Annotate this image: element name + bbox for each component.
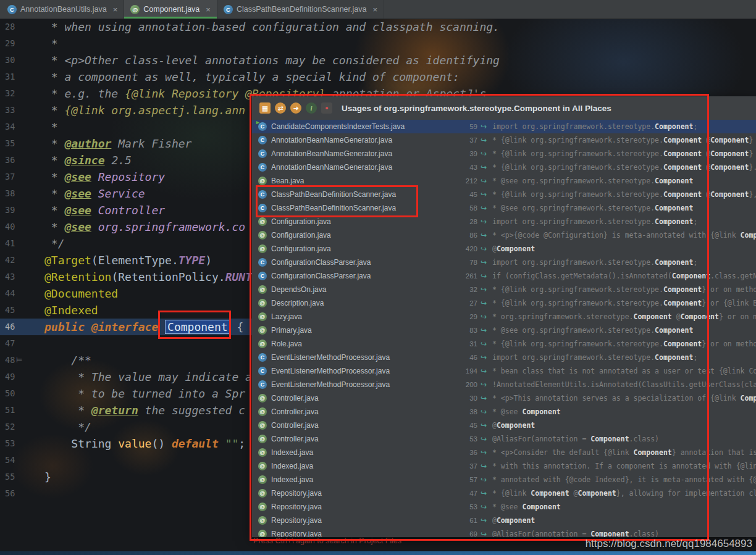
line-number[interactable]: 43: [0, 269, 32, 285]
code-segment: * to be turned into a Spr: [44, 387, 245, 400]
usage-line-number: 53: [450, 503, 477, 511]
line-number[interactable]: 44: [0, 285, 32, 302]
code-segment: RUNT: [225, 270, 252, 283]
line-number[interactable]: 40: [0, 219, 32, 235]
highlighted-term: Component: [741, 231, 756, 240]
line-number[interactable]: 50: [0, 385, 32, 402]
jump-to-source-icon: ↪: [477, 448, 490, 457]
line-number[interactable]: 31: [0, 69, 32, 85]
line-number[interactable]: 37: [0, 169, 32, 185]
usage-row[interactable]: @Controller.java38↪* @see Component: [252, 405, 756, 419]
usage-row[interactable]: CConfigurationClassParser.java261↪if (co…: [252, 269, 756, 283]
line-number[interactable]: 54: [0, 452, 32, 469]
line-number[interactable]: 29: [0, 35, 32, 52]
usage-row[interactable]: @Repository.java47↪* {@link Component @C…: [252, 486, 756, 500]
line-number[interactable]: 41: [0, 235, 32, 252]
navigate-icon[interactable]: ➜: [290, 102, 301, 114]
code-text: *: [32, 35, 58, 52]
line-number[interactable]: 35: [0, 135, 32, 152]
popup-title: Usages of org.springframework.stereotype…: [342, 104, 611, 113]
usage-row[interactable]: @Indexed.java37↪* with this annotation. …: [252, 459, 756, 473]
usage-row[interactable]: @Configuration.java420↪@Component: [252, 242, 756, 256]
usage-row[interactable]: @Primary.java83↪* @see org.springframewo…: [252, 323, 756, 337]
code-text: *: [32, 119, 58, 135]
usage-row[interactable]: @Role.java31↪* {@link org.springframewor…: [252, 337, 756, 351]
tab-annotationbeanutils-java[interactable]: CAnnotationBeanUtils.java×: [1, 0, 124, 19]
line-number[interactable]: 53: [0, 435, 32, 452]
line-number[interactable]: 39: [0, 202, 32, 219]
jump-to-source-icon: ↪: [477, 516, 490, 525]
line-number[interactable]: 55: [0, 469, 32, 485]
usage-row[interactable]: @Lazy.java29↪* org.springframework.stere…: [252, 310, 756, 323]
usage-filename: ConfigurationClassParser.java: [271, 258, 450, 267]
line-number[interactable]: 45: [0, 302, 32, 319]
close-tab-icon[interactable]: ×: [113, 5, 118, 14]
code-text: @Retention(RetentionPolicy.RUNT: [32, 269, 252, 285]
merge-usages-icon[interactable]: ⇄: [275, 102, 286, 114]
highlighted-term: Component: [655, 326, 693, 335]
usage-row[interactable]: @Controller.java53↪@AliasFor(annotation …: [252, 432, 756, 446]
highlighted-term: Component: [663, 163, 702, 172]
line-number[interactable]: 56: [0, 485, 32, 502]
line-number[interactable]: 32: [0, 85, 32, 102]
code-segment: @since: [65, 154, 105, 167]
line-number[interactable]: 30: [0, 52, 32, 69]
usage-row[interactable]: @Controller.java30↪* <p>This annotation …: [252, 391, 756, 405]
code-segment: *: [44, 137, 65, 150]
usage-row[interactable]: @Indexed.java57↪* annotated with {@code …: [252, 473, 756, 486]
code-segment: * <p>Other class-level annotations may b…: [44, 54, 500, 67]
usage-row[interactable]: CEventListenerMethodProcessor.java46↪imp…: [252, 351, 756, 364]
usage-filename: Controller.java: [271, 435, 450, 443]
usages-list[interactable]: C▸CandidateComponentsIndexerTests.java59…: [252, 120, 756, 537]
component-identifier[interactable]: Component: [165, 320, 230, 334]
info-icon[interactable]: i: [306, 102, 317, 114]
record-icon[interactable]: ●: [321, 102, 332, 114]
usage-row[interactable]: @Description.java27↪* {@link org.springf…: [252, 296, 756, 310]
usage-row[interactable]: @Indexed.java36↪* <p>Consider the defaul…: [252, 446, 756, 459]
usage-row[interactable]: CConfigurationClassParser.java78↪import …: [252, 256, 756, 269]
highlighted-term: Component: [663, 149, 702, 158]
usage-row[interactable]: CEventListenerMethodProcessor.java200↪!A…: [252, 378, 756, 391]
usage-row[interactable]: CAnnotationBeanNameGenerator.java37↪* {@…: [252, 133, 756, 147]
line-number[interactable]: 48⊨: [0, 352, 32, 369]
line-number[interactable]: 33: [0, 102, 32, 119]
line-number[interactable]: 42: [0, 252, 32, 269]
jump-to-source-icon: ↪: [477, 462, 490, 470]
tab-component-java[interactable]: @Component.java×: [124, 0, 217, 19]
open-in-toolwindow-icon[interactable]: ▦: [259, 102, 271, 114]
usage-row[interactable]: CClassPathBeanDefinitionScanner.java58↪*…: [252, 201, 756, 215]
usage-row[interactable]: @Repository.java61↪@Component: [252, 514, 756, 527]
usage-row[interactable]: @DependsOn.java32↪* {@link org.springfra…: [252, 283, 756, 296]
highlighted-term: Component: [710, 136, 749, 144]
usage-row[interactable]: CAnnotationBeanNameGenerator.java43↪* {@…: [252, 161, 756, 174]
usage-row[interactable]: @Configuration.java28↪import org.springf…: [252, 215, 756, 228]
usage-row[interactable]: CAnnotationBeanNameGenerator.java39↪* {@…: [252, 147, 756, 161]
tab-classpathbeandefinitionscanner-java[interactable]: CClassPathBeanDefinitionScanner.java×: [217, 0, 384, 19]
usage-filename: Indexed.java: [271, 462, 450, 470]
code-text: String value() default "";: [32, 435, 245, 452]
line-number[interactable]: 34: [0, 119, 32, 135]
usage-row[interactable]: CEventListenerMethodProcessor.java194↪* …: [252, 364, 756, 378]
line-number[interactable]: 46: [0, 319, 32, 335]
usage-row[interactable]: @Repository.java69↪@AliasFor(annotation …: [252, 527, 756, 537]
usage-row[interactable]: @Configuration.java86↪* <p>{@code @Confi…: [252, 228, 756, 242]
tab-label: Component.java: [143, 5, 200, 14]
usage-row[interactable]: @Bean.java212↪* @see org.springframework…: [252, 174, 756, 188]
line-number[interactable]: 49: [0, 369, 32, 385]
usage-row[interactable]: @Controller.java45↪@Component: [252, 419, 756, 432]
code-text: * when using annotation-based configurat…: [32, 19, 500, 35]
line-number[interactable]: 28: [0, 19, 32, 35]
line-number[interactable]: 52: [0, 419, 32, 435]
line-number[interactable]: 36: [0, 152, 32, 169]
usage-row[interactable]: C▸CandidateComponentsIndexerTests.java59…: [252, 120, 756, 133]
close-tab-icon[interactable]: ×: [206, 5, 211, 14]
usage-filename: Repository.java: [271, 489, 450, 498]
line-number[interactable]: 47: [0, 335, 32, 352]
usage-preview: @Component: [492, 421, 756, 430]
usage-row[interactable]: CClassPathBeanDefinitionScanner.java45↪*…: [252, 188, 756, 201]
line-number[interactable]: 38: [0, 185, 32, 202]
line-number[interactable]: 51: [0, 402, 32, 419]
usage-row[interactable]: @Repository.java53↪* @see Component: [252, 500, 756, 514]
usage-preview: @AliasFor(annotation = Component.class): [492, 530, 756, 537]
close-tab-icon[interactable]: ×: [372, 5, 377, 14]
